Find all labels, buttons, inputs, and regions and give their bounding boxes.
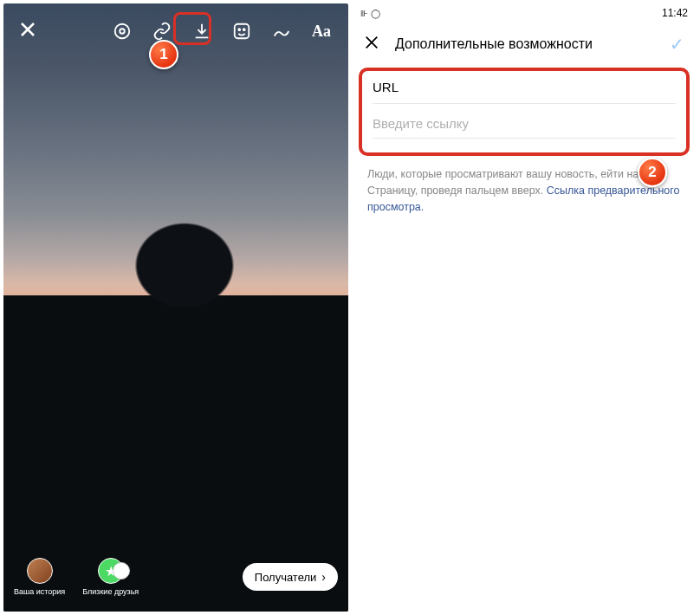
recipients-label: Получатели (255, 571, 317, 584)
draw-icon[interactable] (270, 20, 293, 42)
close-friends-label: Близкие друзья (82, 587, 139, 596)
star-icon: ★ (98, 558, 124, 584)
helper-text-1: Люди, которые просматривают вашу новость… (367, 168, 600, 180)
svg-point-0 (115, 24, 130, 39)
recipients-button[interactable]: Получатели › (243, 563, 338, 591)
header-title: Дополнительные возможности (395, 36, 654, 52)
url-label: URL (373, 80, 676, 104)
callout-badge-1: 1 (149, 40, 178, 69)
svg-point-4 (243, 29, 245, 30)
callout-badge-2: 2 (638, 158, 667, 187)
avatar (27, 558, 53, 584)
confirm-check-icon[interactable]: ✓ (670, 34, 684, 55)
your-story-label: Ваша история (14, 587, 65, 596)
photo-tree (124, 223, 245, 318)
status-bar: ⊪ ◯ 11:42 (352, 3, 697, 23)
more-options-screen: ⊪ ◯ 11:42 Дополнительные возможности ✓ U… (352, 3, 697, 612)
sticker-icon[interactable] (230, 20, 253, 42)
header: Дополнительные возможности ✓ (352, 23, 697, 66)
settings-icon[interactable] (111, 20, 133, 42)
status-time: 11:42 (662, 7, 688, 19)
chevron-right-icon: › (321, 570, 326, 584)
url-input[interactable] (373, 104, 676, 139)
your-story-option[interactable]: Ваша история (14, 558, 65, 596)
story-toolbar: Aa (3, 19, 348, 43)
svg-point-3 (238, 29, 240, 30)
close-icon[interactable] (364, 33, 379, 55)
text-tool-icon[interactable]: Aa (310, 20, 333, 42)
status-left: ⊪ ◯ (360, 9, 380, 18)
svg-rect-2 (235, 24, 250, 39)
story-editor-screen: Aa Ваша история ★ Близкие друзья Получат… (3, 3, 348, 612)
download-icon[interactable] (191, 20, 213, 42)
svg-point-1 (120, 29, 125, 34)
story-bottom-bar: Ваша история ★ Близкие друзья Получатели… (3, 558, 348, 596)
url-section-highlight: URL (359, 68, 690, 156)
close-icon[interactable] (19, 19, 36, 43)
close-friends-option[interactable]: ★ Близкие друзья (82, 558, 139, 596)
